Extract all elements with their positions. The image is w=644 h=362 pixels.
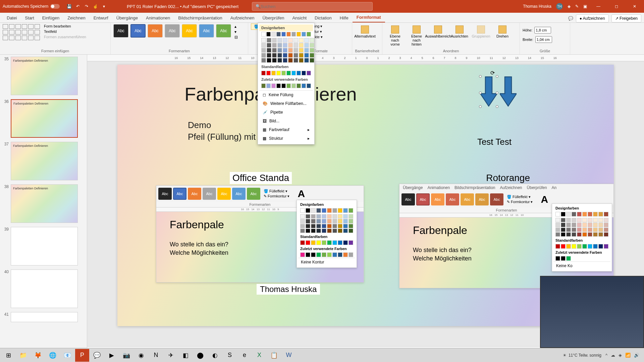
color-swatch[interactable] [276, 32, 281, 37]
obs-icon[interactable]: ⬤ [193, 349, 207, 362]
app-icon[interactable]: ◉ [134, 349, 148, 362]
selection-pane-button[interactable]: Auswahlbereich [428, 24, 448, 40]
chrome-icon[interactable]: 🌐 [46, 349, 60, 362]
edge-icon[interactable]: e [237, 349, 252, 362]
gallery-up-icon[interactable]: ▴ [234, 24, 238, 29]
tray-up-icon[interactable]: ^ [605, 353, 607, 358]
comments-icon[interactable]: 💬 [568, 16, 573, 21]
group-button[interactable]: Gruppieren [471, 24, 491, 40]
mini-style[interactable]: Abc [173, 188, 186, 200]
office-label[interactable]: Office Standa [230, 172, 292, 184]
diamond-icon[interactable]: ◈ [568, 4, 571, 9]
slide-canvas[interactable]: Farbenpale efinieren Demo Pfeil (Füllung… [117, 65, 614, 326]
gradient-item[interactable]: ▦ Farbverlauf▸ [259, 125, 313, 134]
demo-text[interactable]: Demo [188, 120, 211, 130]
record-button[interactable]: ● Aufzeichnen [576, 14, 609, 22]
slide-thumb-36[interactable]: Farbenpaletten Definieren [11, 99, 78, 138]
mini-style[interactable]: Abc [232, 188, 246, 200]
search-box[interactable]: 🔍 [252, 2, 373, 11]
mini-style[interactable]: Abc [203, 188, 216, 200]
style-yellow[interactable]: Abc [182, 24, 197, 38]
color-swatch[interactable] [271, 32, 276, 37]
skype-icon[interactable]: S [223, 349, 237, 362]
tab-hilfe[interactable]: Hilfe [336, 13, 353, 22]
minimize-button[interactable]: — [592, 0, 605, 13]
gallery-more-icon[interactable]: ⊟ [234, 35, 238, 40]
slide-thumb-38[interactable]: Farbenpaletten Definieren [11, 184, 78, 223]
app-icon[interactable]: 💬 [90, 349, 104, 362]
app-icon[interactable]: ◧ [178, 349, 193, 362]
color-swatch[interactable] [286, 32, 291, 37]
start-button[interactable]: ⊞ [1, 349, 15, 362]
close-button[interactable]: ✕ [628, 0, 641, 13]
tab-entwurf[interactable]: Entwurf [90, 13, 112, 22]
mini-outline[interactable]: ✎ Formkontur ▾ [264, 194, 289, 198]
mini-style[interactable]: Abc [158, 188, 172, 200]
height-input[interactable] [534, 27, 551, 34]
share-button[interactable]: ↗ Freigeben [611, 14, 641, 22]
picture-item[interactable]: 🖼 Bild... [259, 117, 313, 125]
autosave-toggle[interactable]: Automatisches Speichern [3, 4, 60, 9]
send-back-button[interactable]: Ebene nach hinten [407, 24, 427, 48]
style-gray[interactable]: Abc [165, 24, 180, 38]
outlook-icon[interactable]: 📧 [60, 349, 74, 362]
tab-formformat[interactable]: Formformat [353, 13, 385, 22]
tray-dropbox-icon[interactable]: ◈ [619, 353, 622, 358]
mini-fill[interactable]: 🪣 Fülleffekt ▾ [264, 189, 289, 193]
firefox-icon[interactable]: 🦊 [31, 349, 45, 362]
telegram-icon[interactable]: ✈ [164, 349, 178, 362]
powerpoint-icon[interactable]: P [75, 349, 89, 362]
color-swatch[interactable] [302, 32, 306, 37]
explorer-icon[interactable]: 📁 [16, 349, 30, 362]
tab-bildschirm[interactable]: Bildschirmpräsentation [174, 13, 226, 22]
user-name[interactable]: Thomas Hruska [523, 4, 551, 9]
style-orange[interactable]: Abc [148, 24, 163, 38]
rotate-button[interactable]: Drehen [492, 24, 513, 40]
search-input[interactable] [261, 4, 369, 9]
textfield-button[interactable]: Textfeld [44, 29, 86, 34]
no-fill-item[interactable]: ◻ Keine Füllung [259, 90, 313, 99]
weather[interactable]: ☀ 11°C Teilw. sonnig [563, 353, 601, 358]
gallery-down-icon[interactable]: ▾ [234, 29, 238, 34]
vlc-icon[interactable]: ▶ [105, 349, 119, 362]
slide-thumb-35[interactable]: Farbenpaletten Definieren [11, 57, 78, 95]
tab-datei[interactable]: Datei [3, 13, 21, 22]
tray-wifi-icon[interactable]: 📶 [625, 353, 631, 358]
eyedropper-item[interactable]: 💉 Pipette [259, 108, 313, 117]
redo-icon[interactable]: ↷ [84, 4, 89, 9]
slide-thumb-41[interactable] [11, 312, 78, 322]
undo-icon[interactable]: ↶ [75, 4, 80, 9]
app-icon[interactable]: ◐ [208, 349, 222, 362]
rotorange-label[interactable]: Rotorange [486, 173, 530, 183]
slide-thumb-40[interactable] [11, 269, 78, 308]
excel-icon[interactable]: X [252, 349, 266, 362]
mini-nocont[interactable]: Keine Kontur [298, 258, 355, 266]
style-blue[interactable]: Abc [130, 24, 146, 38]
mini-wordart[interactable]: A [298, 188, 305, 199]
tray-sound-icon[interactable]: 🔊 [634, 353, 639, 358]
test-text[interactable]: Test Test [477, 137, 512, 147]
color-swatch[interactable] [307, 32, 311, 37]
width-input[interactable] [535, 36, 552, 43]
tab-dictation[interactable]: Dictation [311, 13, 336, 22]
app-icon[interactable]: 📋 [267, 349, 281, 362]
mini-style[interactable]: Abc [247, 188, 260, 200]
style-steel[interactable]: Abc [199, 24, 214, 38]
tab-uebergaenge[interactable]: Übergänge [112, 13, 142, 22]
align-button[interactable]: Ausrichten [449, 24, 470, 40]
app-icon[interactable]: 📷 [119, 349, 133, 362]
rotate-handle-icon[interactable]: ⟳ [490, 70, 495, 76]
shapes-gallery[interactable] [3, 24, 40, 40]
style-black[interactable]: Abc [113, 24, 128, 38]
form-edit[interactable]: Form bearbeiten [44, 24, 86, 28]
arrow-shapes[interactable]: ⟳ [480, 76, 517, 107]
texture-item[interactable]: ▩ Struktur▸ [259, 134, 313, 143]
bring-front-button[interactable]: Ebene nach vorne [385, 24, 405, 48]
tab-ansicht[interactable]: Ansicht [288, 13, 311, 22]
author-label[interactable]: Thomas Hruska [257, 284, 320, 295]
dropdown-icon[interactable]: ▾ [101, 4, 107, 9]
touch-icon[interactable]: ☝ [93, 4, 98, 9]
save-icon[interactable]: 💾 [66, 4, 72, 9]
color-swatch[interactable] [261, 32, 266, 37]
alttext-button[interactable]: Alternativtext [355, 24, 375, 40]
